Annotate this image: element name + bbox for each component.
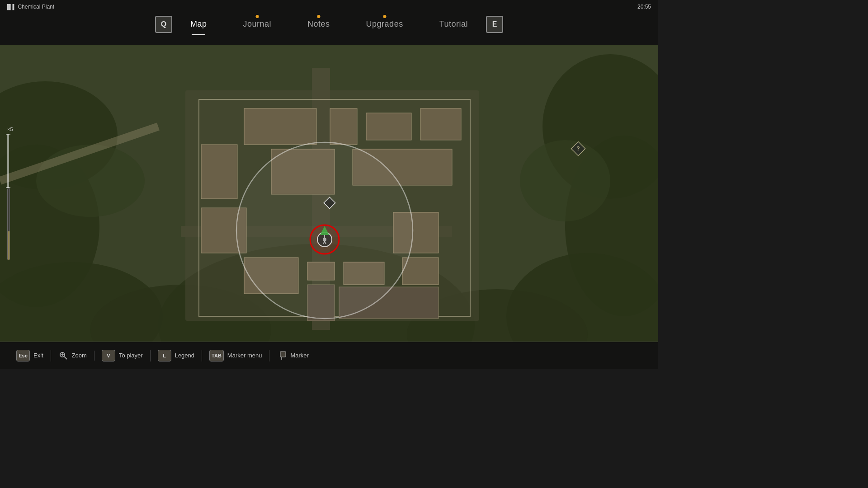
marker-menu-action[interactable]: TAB Marker menu [202, 350, 269, 361]
svg-rect-25 [402, 258, 439, 285]
legend-label: Legend [175, 352, 194, 359]
tab-upgrades[interactable]: Upgrades [348, 16, 421, 33]
l-key[interactable]: L [158, 350, 171, 361]
map-area[interactable]: ? ✈ ×5 [0, 45, 658, 342]
svg-rect-19 [420, 108, 461, 140]
to-player-label: To player [119, 352, 143, 359]
prev-key-button[interactable]: Q [155, 16, 172, 33]
svg-line-45 [64, 357, 67, 359]
zoom-action[interactable]: Zoom [51, 351, 94, 361]
nav-tabs: Q Map Journal Notes Upgrades Tutorial E [0, 12, 658, 33]
marker-menu-label: Marker menu [227, 352, 262, 359]
marker-action[interactable]: Marker [269, 351, 316, 361]
scale-line [7, 134, 9, 188]
scale-label: ×5 [7, 127, 13, 132]
tab-notes[interactable]: Notes [289, 16, 348, 33]
location-label: ▐▌▌ Chemical Plant [5, 4, 54, 10]
stalk-fill [8, 231, 9, 260]
svg-rect-48 [280, 352, 286, 357]
zoom-label: Zoom [72, 352, 87, 359]
upgrades-dot [383, 15, 386, 18]
svg-point-11 [520, 140, 610, 221]
svg-point-34 [323, 238, 326, 241]
bottom-bar: Esc Exit Zoom V To player L Legend TAB M… [0, 342, 658, 369]
marker-icon [277, 351, 287, 361]
esc-key[interactable]: Esc [16, 350, 30, 361]
v-key[interactable]: V [102, 350, 115, 361]
marker-label: Marker [290, 352, 308, 359]
svg-rect-17 [330, 108, 357, 145]
exit-action[interactable]: Esc Exit [9, 350, 51, 361]
map-background: ? ✈ [0, 45, 658, 342]
scale-bar: ×5 [7, 127, 13, 260]
zoom-icon [58, 351, 68, 361]
notes-dot [317, 15, 320, 18]
exit-label: Exit [33, 352, 43, 359]
legend-action[interactable]: L Legend [151, 350, 202, 361]
svg-rect-20 [201, 145, 237, 199]
stalk-bar [7, 188, 10, 260]
to-player-action[interactable]: V To player [94, 350, 151, 361]
next-key-button[interactable]: E [486, 16, 503, 33]
svg-text:?: ? [576, 145, 580, 152]
location-name: Chemical Plant [18, 4, 54, 10]
svg-rect-18 [366, 113, 411, 140]
tab-map[interactable]: Map [172, 16, 225, 33]
svg-point-10 [36, 145, 145, 217]
time-display: 20:55 [637, 4, 651, 10]
svg-rect-16 [244, 108, 316, 145]
journal-dot [255, 15, 259, 18]
tab-key[interactable]: TAB [209, 350, 224, 361]
tab-tutorial[interactable]: Tutorial [421, 16, 486, 33]
tab-journal[interactable]: Journal [225, 16, 290, 33]
top-bar: ▐▌▌ Chemical Plant 20:55 Q Map Journal N… [0, 0, 658, 45]
signal-icon: ▐▌▌ [5, 4, 16, 9]
